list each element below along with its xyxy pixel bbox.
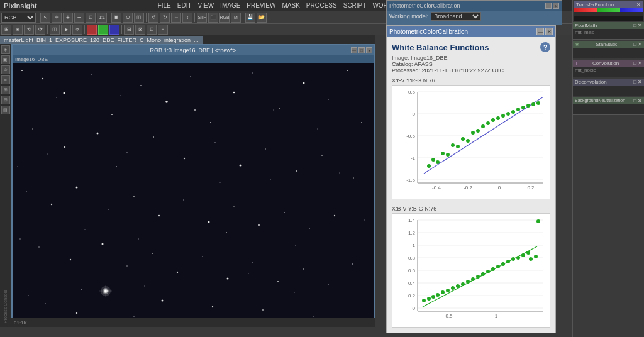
sidebar-btn-5[interactable]: ⊞	[1, 86, 10, 94]
undo-btn[interactable]: ⟲	[24, 25, 34, 35]
image-viewer-tab[interactable]: Image16_DBE	[13, 55, 374, 63]
svg-point-135	[521, 106, 525, 109]
sidebar-btn-4[interactable]: ≡	[1, 75, 10, 84]
menu-process[interactable]: PROCESS	[306, 2, 337, 9]
pcc-outer-win-controls: — ✕	[545, 3, 559, 9]
svg-point-77	[226, 232, 227, 233]
sidebar-btn-2[interactable]: ▣	[1, 55, 10, 64]
new-preview-btn[interactable]: ◫	[134, 13, 144, 23]
starmask-title: ★ StarMask □ ✕	[573, 41, 644, 48]
zoom-in-btn[interactable]: +	[63, 13, 73, 23]
active-tab[interactable]: masterLight_BIN_1_EXPOSURE_120_DBE_FILTE…	[0, 36, 203, 44]
reset-btn[interactable]: ↺	[72, 25, 82, 35]
sidebar-btn-6[interactable]: ⊟	[1, 96, 10, 104]
pcc-outer-minimize-btn[interactable]: —	[545, 3, 552, 9]
apply-btn[interactable]: ▶	[61, 25, 71, 35]
color-btn[interactable]	[87, 25, 97, 35]
starmask-close[interactable]: ✕	[638, 41, 642, 47]
pixelmath-minimize[interactable]: □	[633, 23, 636, 28]
svg-rect-139	[392, 214, 550, 321]
redo-btn[interactable]: ⟳	[35, 25, 45, 35]
image-viewer-tab-label: Image16_DBE	[15, 57, 48, 62]
script-icon-btn[interactable]: ◈	[13, 25, 23, 35]
menu-view[interactable]: VIEW	[198, 2, 214, 9]
select-rect-btn[interactable]: ▣	[111, 13, 121, 23]
convolution-close[interactable]: ✕	[638, 60, 642, 66]
wb-win-controls: — ✕	[536, 28, 553, 35]
svg-point-166	[446, 289, 450, 292]
menu-edit[interactable]: EDIT	[177, 2, 192, 9]
misc-btn3[interactable]: ⊡	[147, 25, 157, 35]
preview-btn[interactable]: ◫	[50, 25, 60, 35]
save-btn[interactable]: 💾	[245, 13, 255, 23]
pixelmath-content: mlt_mas	[573, 29, 644, 39]
zoom-1-1-btn[interactable]: 1:1	[97, 13, 107, 23]
svg-point-90	[294, 292, 295, 293]
right-panels: TransferFunction ✕ PixelMath □ ✕	[572, 0, 644, 337]
svg-point-3	[91, 74, 92, 75]
misc-btn1[interactable]: ⊟	[124, 25, 134, 35]
pcc-outer-close-btn[interactable]: ✕	[553, 3, 559, 9]
flip-h-btn[interactable]: ↔	[171, 13, 181, 23]
convolution-minimize[interactable]: □	[633, 60, 636, 66]
sidebar-btn-3[interactable]: ⊙	[1, 65, 10, 74]
svg-point-34	[208, 221, 210, 223]
blue-btn[interactable]	[109, 25, 119, 35]
iv-close-btn[interactable]: ✕	[366, 47, 372, 53]
hist-btn[interactable]: ⬛	[208, 13, 218, 23]
menu-mask[interactable]: MASK	[282, 2, 299, 9]
starmask-minimize[interactable]: □	[633, 41, 636, 47]
process-icon-btn[interactable]: ⊞	[1, 25, 11, 35]
pixelmath-close[interactable]: ✕	[638, 23, 642, 28]
misc-btn2[interactable]: ⊠	[135, 25, 145, 35]
menu-file[interactable]: FILE	[158, 2, 171, 9]
image-status-text: 01:1K	[14, 320, 27, 326]
pointer-tool-btn[interactable]: ↖	[40, 13, 50, 23]
select-ellipse-btn[interactable]: ⊙	[123, 13, 133, 23]
tf-close[interactable]: ✕	[636, 2, 641, 8]
sidebar-btn-7[interactable]: ▤	[1, 106, 10, 114]
wb-close-btn[interactable]: ✕	[545, 28, 553, 35]
svg-text:1.4: 1.4	[408, 218, 416, 223]
bg-neutralization-close[interactable]: ✕	[638, 98, 642, 104]
svg-point-48	[252, 262, 253, 263]
deconvolution-minimize[interactable]: □	[633, 79, 636, 85]
zoom-fit-btn[interactable]: ⊡	[86, 13, 96, 23]
menu-image[interactable]: IMAGE	[220, 2, 240, 9]
deconvolution-close[interactable]: ✕	[638, 79, 642, 85]
menu-preview[interactable]: PREVIEW	[247, 2, 275, 9]
svg-text:0.4: 0.4	[408, 280, 416, 286]
svg-point-10	[252, 72, 253, 74]
stf-btn[interactable]: STF	[197, 13, 207, 23]
green-btn[interactable]	[98, 25, 108, 35]
svg-point-67	[313, 316, 314, 317]
sidebar-btn-1[interactable]: ◈	[1, 45, 10, 54]
menu-script[interactable]: SCRIPT	[343, 2, 367, 9]
misc-btn4[interactable]: ≡	[158, 25, 168, 35]
svg-point-89	[144, 285, 145, 286]
channel-select[interactable]: RGB R G B	[1, 13, 36, 23]
wb-help-btn[interactable]: ?	[540, 42, 550, 52]
pan-tool-btn[interactable]: ✛	[52, 13, 62, 23]
rgb-btn[interactable]: RGB	[219, 13, 230, 23]
iv-maximize-btn[interactable]: □	[358, 47, 365, 53]
rotate-left-btn[interactable]: ↺	[148, 13, 158, 23]
svg-point-23	[265, 148, 266, 150]
working-model-label: Working model:	[389, 13, 428, 19]
rotate-right-btn[interactable]: ↻	[160, 13, 170, 23]
open-btn[interactable]: 📂	[257, 13, 267, 23]
app-title: PixInsight	[4, 2, 37, 9]
deconvolution-title: Deconvolution □ ✕	[573, 79, 644, 86]
working-model-select[interactable]: Broadband Narrowband	[431, 12, 481, 21]
iv-minimize-btn[interactable]: —	[351, 47, 357, 53]
histogram-bar	[574, 12, 643, 16]
starmask-section: ★ StarMask □ ✕	[573, 41, 644, 58]
pcc-outer-titlebar: PhotometricColorCalibration — ✕	[387, 1, 562, 11]
green-channel-bar	[597, 8, 619, 12]
svg-point-134	[516, 108, 520, 111]
wb-minimize-btn[interactable]: —	[536, 28, 544, 35]
zoom-out-btn[interactable]: −	[74, 13, 84, 23]
mask-btn[interactable]: M	[231, 13, 241, 23]
bg-neutralization-minimize[interactable]: □	[633, 98, 636, 104]
flip-v-btn[interactable]: ↕	[182, 13, 192, 23]
